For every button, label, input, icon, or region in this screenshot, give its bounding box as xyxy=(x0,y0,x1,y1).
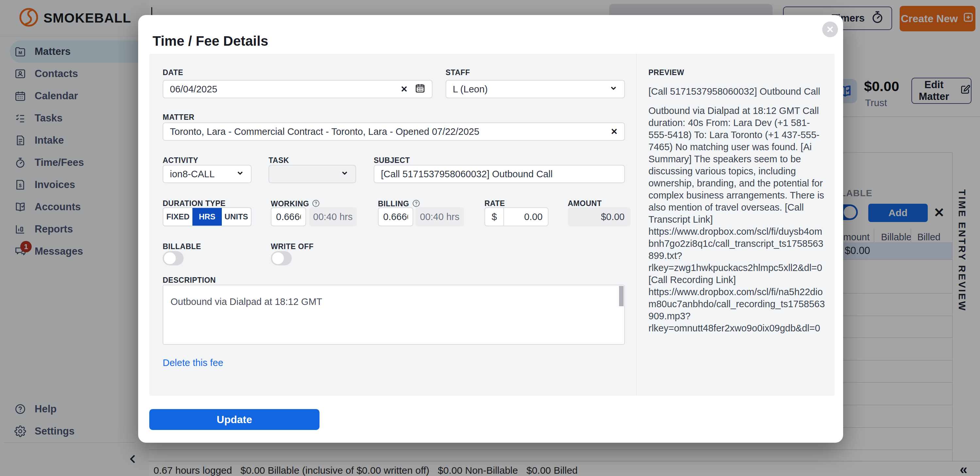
time-fee-details-modal: Time / Fee Details ✕ DATE 06/04/2025 ✕ S… xyxy=(138,15,843,443)
date-value: 06/04/2025 xyxy=(170,84,395,95)
activity-value: ion8-CALL xyxy=(170,169,236,179)
billing-hours-input[interactable]: 0.6666 xyxy=(378,207,413,226)
segment-fixed[interactable]: FIXED xyxy=(163,208,192,225)
toggle-knob xyxy=(272,252,284,264)
activity-select[interactable]: ion8-CALL xyxy=(163,165,251,183)
staff-value: L (Leon) xyxy=(453,84,609,95)
segment-units[interactable]: UNITS xyxy=(222,208,251,225)
toggle-knob xyxy=(164,252,176,264)
matter-label: MATTER xyxy=(163,113,194,122)
preview-body-text: Outbound via Dialpad at 18:12 GMT Call d… xyxy=(648,105,826,334)
working-hours-value: 0.6666 xyxy=(276,211,301,222)
rate-value: 0.00 xyxy=(504,211,548,222)
write-off-toggle[interactable] xyxy=(271,251,292,265)
staff-select[interactable]: L (Leon) xyxy=(445,80,625,98)
billing-hours-value: 0.6666 xyxy=(383,211,408,222)
chevron-down-icon xyxy=(340,169,349,179)
date-label: DATE xyxy=(163,68,183,77)
modal-title: Time / Fee Details xyxy=(153,33,268,49)
working-duration-display: 00:40 hrs xyxy=(309,207,357,226)
working-hours-input[interactable]: 0.6666 xyxy=(271,207,306,226)
rate-label: RATE xyxy=(484,199,505,208)
rate-input[interactable]: $ 0.00 xyxy=(484,207,549,226)
chevron-down-icon xyxy=(236,169,244,179)
modal-form-panel: DATE 06/04/2025 ✕ STAFF L (Leon) MATTER … xyxy=(149,54,835,396)
description-label: DESCRIPTION xyxy=(163,276,216,285)
segment-hrs[interactable]: HRS xyxy=(192,208,221,225)
subject-value: [Call 5171537958060032] Outbound Call xyxy=(381,169,618,179)
app-screen: SMOKEBALL MMattersContactsCalendarTasksI… xyxy=(0,0,980,476)
preview-title-line: [Call 5171537958060032] Outbound Call xyxy=(648,86,822,98)
amount-display: $0.00 xyxy=(568,207,630,226)
modal-close-button[interactable]: ✕ xyxy=(822,22,838,37)
subject-field[interactable]: [Call 5171537958060032] Outbound Call xyxy=(374,165,625,183)
activity-label: ACTIVITY xyxy=(163,156,198,165)
calendar-picker-icon[interactable] xyxy=(408,83,425,96)
duration-type-label: DURATION TYPE xyxy=(163,199,226,208)
date-field[interactable]: 06/04/2025 ✕ xyxy=(163,80,433,98)
amount-label: AMOUNT xyxy=(568,199,602,208)
billing-duration-display: 00:40 hrs xyxy=(415,207,464,226)
write-off-label: WRITE OFF xyxy=(271,242,313,251)
billable-toggle[interactable] xyxy=(163,251,184,265)
date-clear-x-icon[interactable]: ✕ xyxy=(401,84,408,94)
description-textarea[interactable]: Outbound via Dialpad at 18:12 GMT Call d… xyxy=(163,285,625,345)
matter-clear-x-icon[interactable]: ✕ xyxy=(611,127,618,137)
preview-label: PREVIEW xyxy=(648,68,822,77)
task-label: TASK xyxy=(269,156,289,165)
chevron-down-icon xyxy=(609,84,618,95)
staff-label: STAFF xyxy=(445,68,470,77)
description-scrollbar[interactable] xyxy=(619,286,624,306)
matter-field[interactable]: Toronto, Lara - Commercial Contract - To… xyxy=(163,122,625,141)
billable-label: BILLABLE xyxy=(163,242,201,251)
task-select[interactable] xyxy=(269,165,356,183)
subject-label: SUBJECT xyxy=(374,156,410,165)
preview-panel: PREVIEW [Call 5171537958060032] Outbound… xyxy=(636,54,835,396)
duration-type-segmented-control: FIXED HRS UNITS xyxy=(163,207,251,226)
rate-currency-prefix: $ xyxy=(485,208,504,225)
matter-value: Toronto, Lara - Commercial Contract - To… xyxy=(170,126,605,137)
update-button[interactable]: Update xyxy=(149,409,320,430)
delete-this-fee-link[interactable]: Delete this fee xyxy=(163,357,223,368)
